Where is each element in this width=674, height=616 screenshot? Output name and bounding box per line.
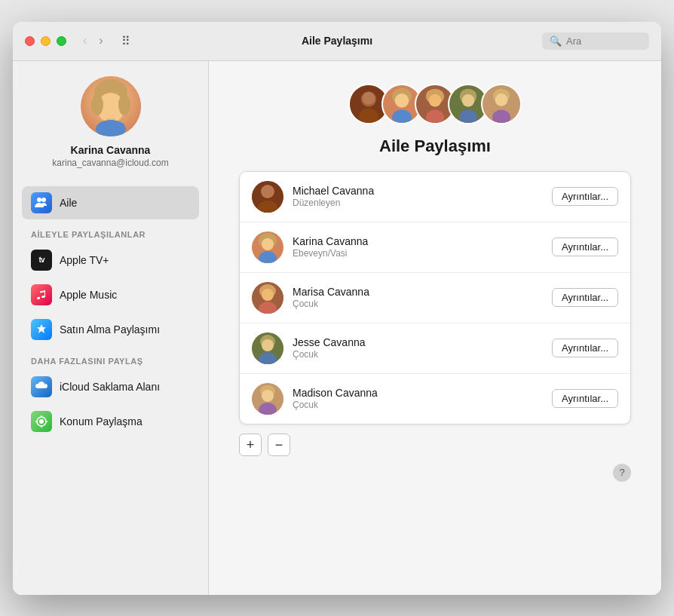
- family-avatars: [348, 84, 522, 124]
- details-button-marisa[interactable]: Ayrıntılar...: [552, 288, 618, 307]
- sidebar-item-label-konum: Konum Paylaşma: [60, 415, 142, 428]
- members-list: Michael Cavanna Düzenleyen Ayrıntılar...: [239, 171, 631, 424]
- sidebar-item-aile[interactable]: Aile: [22, 186, 199, 219]
- main-content: Karina Cavanna karina_cavanna@icloud.com…: [13, 61, 661, 595]
- svg-point-34: [492, 109, 510, 124]
- member-role: Düzenleyen: [293, 198, 543, 208]
- table-row: Karina Cavanna Ebeveyn/Vasi Ayrıntılar..…: [240, 222, 630, 273]
- svg-point-29: [462, 94, 475, 107]
- svg-point-22: [392, 109, 412, 124]
- svg-point-4: [118, 94, 130, 115]
- member-name: Madison Cavanna: [293, 387, 543, 399]
- member-role: Ebeveyn/Vasi: [293, 248, 543, 259]
- svg-point-21: [395, 93, 409, 108]
- svg-point-3: [91, 94, 103, 115]
- member-name: Karina Cavanna: [293, 235, 543, 247]
- svg-point-8: [41, 198, 46, 202]
- sidebar-item-applemusic[interactable]: Apple Music: [22, 278, 199, 311]
- svg-point-36: [261, 185, 274, 198]
- sidebar-item-appletv[interactable]: tv Apple TV+: [22, 244, 199, 277]
- back-button[interactable]: ‹: [78, 33, 91, 48]
- window-title: Aile Paylaşımı: [302, 35, 372, 47]
- appletv-icon: tv: [31, 250, 52, 271]
- svg-point-33: [495, 93, 508, 106]
- svg-point-30: [459, 109, 477, 124]
- icloud-icon: [31, 376, 52, 397]
- grid-button[interactable]: ⠿: [117, 32, 135, 50]
- sidebar-item-label-aile: Aile: [60, 197, 77, 209]
- search-icon: 🔍: [550, 35, 562, 47]
- sidebar-item-label-appletv: Apple TV+: [60, 254, 109, 266]
- member-avatar-madison: [252, 383, 283, 415]
- details-button-karina[interactable]: Ayrıntılar...: [552, 238, 618, 256]
- member-role: Çocuk: [293, 299, 543, 309]
- member-info-michael: Michael Cavanna Düzenleyen: [293, 185, 543, 208]
- member-role: Çocuk: [293, 349, 543, 360]
- svg-point-26: [426, 109, 444, 124]
- details-button-jesse[interactable]: Ayrıntılar...: [552, 339, 618, 357]
- sidebar-nav-more: iCloud Saklama Alanı Konum Paylaşm: [13, 370, 208, 440]
- search-box[interactable]: 🔍: [542, 32, 649, 50]
- profile-name: Karina Cavanna: [71, 144, 151, 156]
- table-row: Madison Cavanna Çocuk Ayrıntılar...: [240, 374, 630, 424]
- member-name: Michael Cavanna: [293, 185, 543, 197]
- member-avatar-karina: [252, 231, 283, 263]
- table-row: Michael Cavanna Düzenleyen Ayrıntılar...: [240, 172, 630, 222]
- section-label-daha-fazla: DAHA FAZLASINI PAYLAŞ: [13, 348, 208, 370]
- member-avatar-marisa: [252, 282, 283, 314]
- family-avatar-5: [481, 84, 522, 124]
- sidebar-nav-shared: tv Apple TV+ Apple Music: [13, 244, 208, 348]
- details-button-madison[interactable]: Ayrıntılar...: [552, 389, 618, 408]
- app-window: ‹ › ⠿ Aile Paylaşımı 🔍: [13, 22, 661, 595]
- section-label-paylasilanlar: AİLEYLE PAYLAŞILANLAR: [13, 221, 208, 244]
- member-info-jesse: Jesse Cavanna Çocuk: [293, 336, 543, 360]
- sidebar-item-icloud[interactable]: iCloud Saklama Alanı: [22, 370, 199, 403]
- konum-icon: [31, 411, 52, 432]
- minimize-button[interactable]: [41, 36, 51, 46]
- sidebar-item-label-icloud: iCloud Saklama Alanı: [60, 381, 160, 393]
- add-member-button[interactable]: +: [239, 434, 262, 456]
- svg-point-40: [262, 238, 274, 250]
- table-row: Jesse Cavanna Çocuk Ayrıntılar...: [240, 323, 630, 374]
- help-button[interactable]: ?: [613, 464, 631, 482]
- avatar: [81, 76, 141, 136]
- nav-buttons: ‹ ›: [78, 33, 108, 48]
- member-name: Marisa Cavanna: [293, 286, 543, 298]
- svg-point-17: [359, 108, 378, 124]
- sidebar-item-satin-alma[interactable]: Satın Alma Paylaşımı: [22, 313, 199, 346]
- maximize-button[interactable]: [57, 36, 66, 46]
- remove-member-button[interactable]: −: [268, 434, 290, 456]
- svg-point-7: [37, 198, 41, 202]
- right-panel: Aile Paylaşımı Michael Cavanna Düzenle: [209, 61, 661, 595]
- svg-point-18: [363, 92, 375, 105]
- applemusic-icon: [31, 284, 52, 305]
- svg-point-48: [262, 339, 274, 351]
- member-avatar-michael: [252, 181, 283, 213]
- member-role: Çocuk: [293, 400, 543, 410]
- panel-title: Aile Paylaşımı: [379, 136, 491, 156]
- svg-point-44: [262, 289, 274, 301]
- member-name: Jesse Cavanna: [293, 336, 543, 348]
- aile-icon: [31, 192, 52, 213]
- svg-point-25: [429, 94, 442, 107]
- sidebar: Karina Cavanna karina_cavanna@icloud.com…: [13, 61, 209, 595]
- traffic-lights: [25, 36, 66, 46]
- sidebar-item-label-satin-alma: Satın Alma Paylaşımı: [60, 323, 160, 336]
- member-info-karina: Karina Cavanna Ebeveyn/Vasi: [293, 235, 543, 259]
- bottom-bar: ?: [239, 456, 631, 482]
- close-button[interactable]: [25, 36, 35, 46]
- profile-email: karina_cavanna@icloud.com: [52, 158, 168, 168]
- details-button-michael[interactable]: Ayrıntılar...: [552, 187, 618, 206]
- sidebar-profile: Karina Cavanna karina_cavanna@icloud.com: [13, 76, 208, 186]
- sidebar-item-label-applemusic: Apple Music: [60, 289, 117, 301]
- appstore-icon: [31, 319, 52, 340]
- member-avatar-jesse: [252, 333, 283, 364]
- forward-button[interactable]: ›: [94, 33, 107, 48]
- svg-point-52: [262, 390, 274, 402]
- action-buttons: + −: [239, 434, 290, 456]
- sidebar-item-konum[interactable]: Konum Paylaşma: [22, 405, 199, 438]
- member-info-madison: Madison Cavanna Çocuk: [293, 387, 543, 410]
- search-input[interactable]: [566, 35, 642, 47]
- svg-point-9: [39, 419, 44, 424]
- titlebar: ‹ › ⠿ Aile Paylaşımı 🔍: [13, 22, 661, 61]
